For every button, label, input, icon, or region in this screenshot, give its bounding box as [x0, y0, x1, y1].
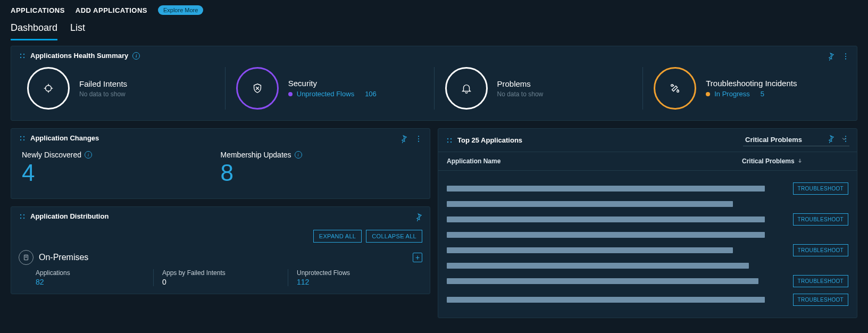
svg-point-1 [23, 53, 24, 54]
svg-point-14 [671, 85, 673, 87]
svg-point-18 [20, 139, 21, 140]
svg-point-30 [447, 138, 448, 139]
pin-icon[interactable] [412, 210, 425, 224]
svg-point-2 [20, 56, 21, 57]
troubleshoot-button[interactable]: TROUBLESHOOT [793, 244, 848, 256]
table-row: TROUBLESHOOT [447, 275, 848, 287]
drag-handle-icon[interactable] [446, 137, 453, 144]
troubleshoot-button[interactable]: TROUBLESHOOT [793, 294, 848, 306]
more-icon[interactable] [839, 49, 853, 63]
in-progress-link[interactable]: In Progress [714, 90, 749, 98]
table-row: TROUBLESHOOT [447, 244, 848, 256]
bar [447, 297, 765, 303]
pin-icon[interactable] [397, 132, 411, 146]
svg-point-16 [20, 136, 21, 137]
svg-point-4 [845, 53, 846, 54]
svg-point-15 [677, 90, 679, 93]
bar [447, 263, 749, 269]
svg-point-19 [23, 139, 24, 140]
tools-icon [654, 67, 696, 110]
svg-point-5 [845, 56, 846, 57]
applications-count-link[interactable]: 82 [36, 278, 145, 286]
svg-point-20 [418, 136, 419, 137]
health-troubleshooting: Troubleshooting Incidents In Progress 5 [642, 67, 852, 110]
unprotected-flows-link[interactable]: Unprotected Flows [297, 90, 354, 98]
pin-icon[interactable] [824, 132, 838, 146]
table-row: TROUBLESHOOT [447, 294, 848, 306]
troubleshoot-button[interactable]: TROUBLESHOOT [793, 213, 848, 226]
metric-label: Membership Updates [221, 151, 291, 159]
health-title: Security [288, 79, 377, 88]
metric-label: Newly Discovered [22, 151, 81, 159]
stat-label: Apps by Failed Intents [162, 269, 279, 277]
health-title: Failed Intents [79, 79, 127, 88]
health-title: Troubleshooting Incidents [706, 79, 797, 88]
troubleshoot-button[interactable]: TROUBLESHOOT [793, 182, 848, 195]
svg-point-0 [20, 53, 21, 54]
info-icon[interactable]: i [132, 52, 140, 60]
expand-all-button[interactable]: EXPAND ALL [313, 230, 362, 243]
target-icon [27, 67, 70, 110]
drag-handle-icon[interactable] [19, 135, 26, 142]
info-icon[interactable]: i [295, 151, 302, 159]
stat-label: Applications [36, 269, 145, 277]
panel-app-changes: Application Changes Newly Discovered i [11, 128, 430, 199]
col-label: Critical Problems [742, 157, 795, 165]
svg-point-25 [20, 217, 21, 218]
more-icon[interactable] [839, 132, 853, 146]
collapse-all-button[interactable]: COLLAPSE ALL [366, 230, 422, 243]
svg-point-24 [23, 214, 24, 215]
unprotected-flows-link[interactable]: 112 [297, 278, 414, 286]
sub-tabs: Dashboard List [0, 15, 868, 40]
col-critical-problems[interactable]: Critical Problems [742, 157, 848, 165]
panel-title: Applications Health Summary [30, 52, 128, 60]
svg-point-34 [845, 136, 846, 137]
svg-point-22 [418, 141, 419, 142]
troubleshoot-button[interactable]: TROUBLESHOOT [793, 275, 848, 287]
bar [447, 247, 733, 253]
drag-handle-icon[interactable] [19, 52, 26, 60]
health-failed-intents: Failed Intents No data to show [16, 67, 225, 110]
tab-dashboard[interactable]: Dashboard [11, 22, 57, 40]
group-title: On-Premises [39, 253, 88, 262]
nav-add-applications[interactable]: ADD APPLICATIONS [76, 6, 147, 14]
newly-discovered-value[interactable]: 4 [22, 161, 221, 185]
table-row [447, 263, 848, 269]
panel-title: Top 25 Applications [457, 136, 522, 144]
bar [447, 232, 765, 238]
drag-handle-icon[interactable] [19, 213, 26, 220]
tab-list[interactable]: List [70, 22, 85, 40]
datacenter-icon [19, 250, 34, 265]
bar [447, 186, 765, 192]
unprotected-flows-count[interactable]: 106 [365, 90, 377, 98]
more-icon[interactable] [412, 132, 425, 146]
panel-title: Application Changes [30, 134, 99, 142]
bar [447, 201, 733, 207]
add-button[interactable]: + [413, 253, 422, 262]
svg-point-21 [418, 138, 419, 139]
col-application-name[interactable]: Application Name [447, 157, 742, 165]
nav-applications[interactable]: APPLICATIONS [11, 6, 65, 14]
explore-more-pill[interactable]: Explore More [158, 5, 203, 15]
bar [447, 217, 765, 222]
svg-point-23 [20, 214, 21, 215]
sort-desc-icon [797, 157, 803, 165]
svg-point-6 [845, 59, 846, 60]
in-progress-count[interactable]: 5 [761, 90, 764, 98]
info-icon[interactable]: i [85, 151, 92, 159]
membership-updates-value[interactable]: 8 [221, 161, 420, 185]
svg-point-17 [23, 136, 24, 137]
health-sub: No data to show [497, 90, 544, 98]
filter-label: Critical Problems [745, 136, 802, 144]
svg-point-26 [23, 217, 24, 218]
svg-point-3 [23, 56, 24, 57]
panel-app-distribution: Application Distribution EXPAND ALL COLL… [11, 206, 430, 294]
table-row [447, 232, 848, 238]
health-security: Security Unprotected Flows 106 [225, 67, 434, 110]
panel-top-apps: Top 25 Applications Critical Problems [438, 128, 857, 318]
svg-point-33 [450, 141, 452, 142]
svg-point-32 [447, 141, 448, 142]
svg-point-7 [46, 86, 52, 91]
primary-nav: APPLICATIONS ADD APPLICATIONS Explore Mo… [0, 0, 868, 15]
pin-icon[interactable] [824, 49, 838, 63]
